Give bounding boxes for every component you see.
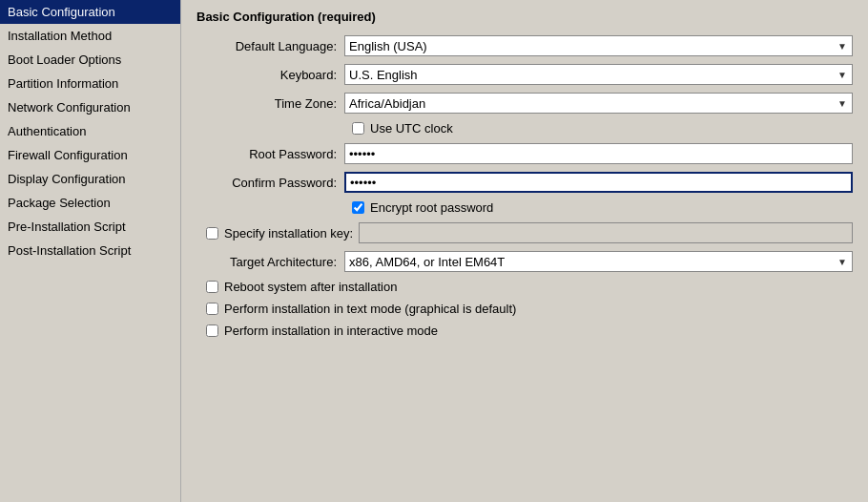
utc-clock-label: Use UTC clock — [370, 121, 453, 136]
sidebar: Basic ConfigurationInstallation MethodBo… — [0, 0, 181, 502]
confirm-password-wrapper — [344, 172, 853, 193]
reboot-label: Reboot system after installation — [224, 280, 397, 294]
reboot-row: Reboot system after installation — [196, 280, 853, 294]
sidebar-item-post-installation-script[interactable]: Post-Installation Script — [0, 239, 180, 262]
specify-key-label: Specify installation key: — [224, 226, 353, 241]
interactive-mode-row: Perform installation in interactive mode — [196, 324, 853, 338]
utc-clock-checkbox[interactable] — [352, 122, 364, 135]
specify-key-checkbox[interactable] — [206, 227, 218, 240]
text-mode-row: Perform installation in text mode (graph… — [196, 302, 853, 316]
encrypt-password-label: Encrypt root password — [370, 200, 493, 215]
interactive-mode-label: Perform installation in interactive mode — [224, 324, 438, 338]
timezone-select-wrapper: Africa/AbidjanAmerica/New_YorkEurope/Lon… — [344, 93, 853, 114]
confirm-password-row: Confirm Password: — [196, 172, 853, 193]
confirm-password-label: Confirm Password: — [196, 176, 344, 190]
specify-key-input[interactable] — [359, 222, 853, 243]
encrypt-password-checkbox[interactable] — [352, 201, 364, 214]
default-language-label: Default Language: — [196, 39, 344, 53]
default-language-row: Default Language: English (USA)English (… — [196, 35, 853, 56]
target-arch-select[interactable]: x86, AMD64, or Intel EM64Tx86AMD64IA-64P… — [344, 251, 853, 272]
keyboard-row: Keyboard: U.S. EnglishFrenchGermanSpanis… — [196, 64, 853, 85]
sidebar-item-package-selection[interactable]: Package Selection — [0, 191, 180, 215]
timezone-label: Time Zone: — [196, 96, 344, 111]
sidebar-item-authentication[interactable]: Authentication — [0, 119, 180, 143]
main-content: Basic Configuration (required) Default L… — [181, 0, 868, 502]
sidebar-item-basic-configuration[interactable]: Basic Configuration — [0, 0, 180, 24]
specify-key-row: Specify installation key: — [196, 222, 853, 243]
section-title: Basic Configuration (required) — [196, 10, 853, 24]
encrypt-password-row: Encrypt root password — [196, 200, 853, 215]
utc-clock-row: Use UTC clock — [196, 121, 853, 136]
target-arch-select-wrapper: x86, AMD64, or Intel EM64Tx86AMD64IA-64P… — [344, 251, 853, 272]
timezone-row: Time Zone: Africa/AbidjanAmerica/New_Yor… — [196, 93, 853, 114]
target-arch-label: Target Architecture: — [196, 255, 344, 269]
default-language-select[interactable]: English (USA)English (UK)FrenchGermanSpa… — [344, 35, 853, 56]
root-password-label: Root Password: — [196, 147, 344, 161]
sidebar-item-pre-installation-script[interactable]: Pre-Installation Script — [0, 215, 180, 239]
target-arch-row: Target Architecture: x86, AMD64, or Inte… — [196, 251, 853, 272]
root-password-input[interactable] — [344, 143, 853, 164]
sidebar-item-boot-loader-options[interactable]: Boot Loader Options — [0, 48, 180, 72]
root-password-row: Root Password: — [196, 143, 853, 164]
keyboard-label: Keyboard: — [196, 68, 344, 82]
default-language-select-wrapper: English (USA)English (UK)FrenchGermanSpa… — [344, 35, 853, 56]
sidebar-item-network-configuration[interactable]: Network Configuration — [0, 95, 180, 119]
text-mode-label: Perform installation in text mode (graph… — [224, 302, 516, 316]
sidebar-item-firewall-configuration[interactable]: Firewall Configuration — [0, 143, 180, 167]
interactive-mode-checkbox[interactable] — [206, 324, 218, 337]
keyboard-select[interactable]: U.S. EnglishFrenchGermanSpanish — [344, 64, 853, 85]
sidebar-item-partition-information[interactable]: Partition Information — [0, 72, 180, 95]
reboot-checkbox[interactable] — [206, 281, 218, 293]
text-mode-checkbox[interactable] — [206, 303, 218, 315]
sidebar-item-installation-method[interactable]: Installation Method — [0, 24, 180, 48]
root-password-wrapper — [344, 143, 853, 164]
sidebar-item-display-configuration[interactable]: Display Configuration — [0, 167, 180, 191]
confirm-password-input[interactable] — [344, 172, 853, 193]
keyboard-select-wrapper: U.S. EnglishFrenchGermanSpanish — [344, 64, 853, 85]
timezone-select[interactable]: Africa/AbidjanAmerica/New_YorkEurope/Lon… — [344, 93, 853, 114]
